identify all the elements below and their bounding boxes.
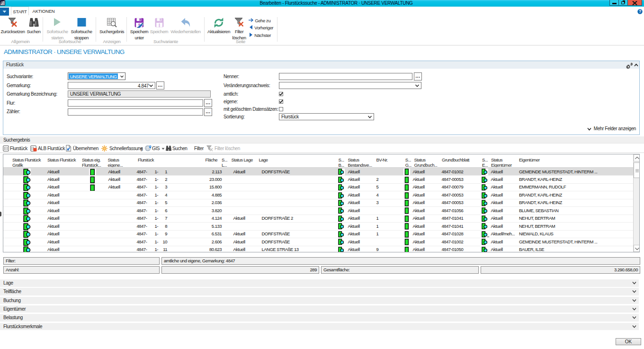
svg-text:?: ? [639, 9, 641, 14]
